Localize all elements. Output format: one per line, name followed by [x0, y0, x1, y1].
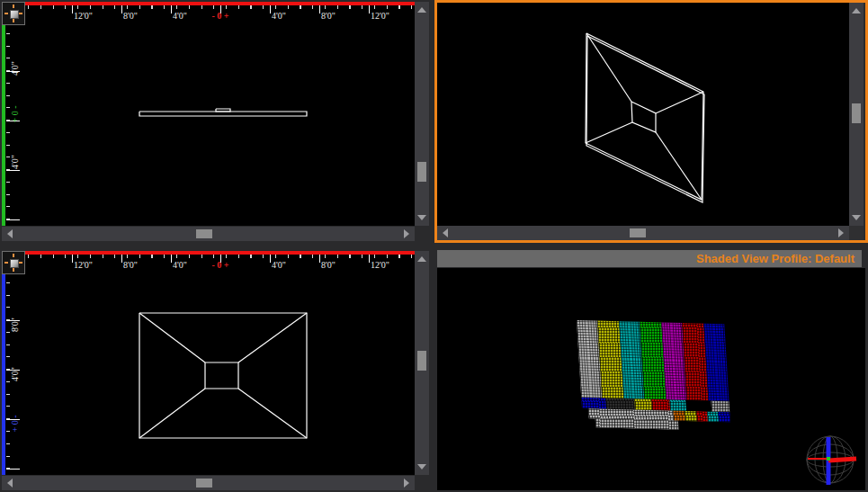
orientation-sphere[interactable]	[804, 434, 858, 488]
frustum-edge	[586, 33, 631, 102]
app-window: { "colors": { "bg": "#2a2a2c", "canvas":…	[0, 0, 868, 492]
perspective-wireframe	[437, 3, 849, 226]
perspective-canvas[interactable]	[437, 3, 849, 226]
ruler-tick-label: 8'0"	[123, 260, 138, 270]
scroll-left-icon[interactable]	[7, 229, 13, 238]
screen-slab-outline	[139, 112, 307, 116]
frustum-edge	[656, 132, 702, 200]
scroll-left-icon[interactable]	[443, 228, 448, 237]
front-canvas[interactable]	[25, 25, 415, 226]
scroll-down-icon[interactable]	[417, 464, 426, 470]
screen-inner-rect	[205, 362, 238, 389]
viewport-plan: 12'0"8'0"4'0"- 0 +4'0"8'0"12'0" 8'0"4'0"…	[0, 249, 432, 492]
origin-mark-right-icon	[19, 262, 22, 264]
ruler-origin-label: + 0 -	[10, 416, 20, 433]
scroll-right-icon[interactable]	[838, 228, 844, 237]
scrollbar-thumb[interactable]	[417, 162, 426, 182]
scrollbar-corner	[849, 226, 864, 240]
scroll-right-icon[interactable]	[404, 229, 409, 238]
viewport-shaded: Shaded View Profile: Default	[434, 249, 868, 492]
scrollbar-thumb[interactable]	[196, 479, 212, 488]
ruler-tick-label: 12'0"	[371, 11, 389, 21]
led-bottom-block	[718, 412, 730, 422]
front-horizontal-scrollbar[interactable]	[2, 227, 415, 241]
frustum-edge	[139, 389, 205, 438]
shaded-canvas[interactable]	[437, 268, 865, 490]
y-axis-strip	[2, 274, 5, 475]
scroll-down-icon[interactable]	[417, 215, 426, 220]
ruler-tick-label: 8'0"	[321, 260, 336, 270]
viewport-perspective-active	[434, 0, 868, 243]
led-castellation-segment	[651, 399, 670, 411]
ruler-tick-label: 4'0"	[272, 260, 286, 270]
scroll-up-icon[interactable]	[417, 7, 426, 13]
plan-vertical-scrollbar[interactable]	[415, 251, 429, 475]
scroll-down-icon[interactable]	[852, 215, 861, 220]
front-vertical-scrollbar[interactable]	[415, 2, 429, 226]
scrollbar-thumb[interactable]	[852, 103, 861, 123]
scrollbar-thumb[interactable]	[196, 229, 212, 238]
screen-inner-quad	[631, 102, 656, 132]
ruler-tick-label: 4'0"	[10, 61, 20, 76]
shaded-view-profile-label: Shaded View Profile: Default	[696, 252, 855, 265]
plan-canvas[interactable]	[25, 274, 415, 475]
z-axis-strip	[2, 25, 5, 226]
origin-mark-left-icon	[4, 13, 8, 14]
frustum-edge	[238, 389, 307, 438]
perspective-vertical-scrollbar[interactable]	[849, 3, 864, 226]
led-castellation-segment	[711, 401, 729, 413]
ruler-tick-label: 12'0"	[74, 260, 93, 270]
ruler-tick-label: 4'0"	[10, 367, 20, 381]
viewport-origin-button[interactable]	[2, 251, 25, 274]
origin-mark-top-icon	[13, 4, 14, 8]
frustum-edge	[139, 313, 205, 362]
viewport-front: 12'0"8'0"4'0"- 0 +4'0"8'0"12'0" 4'0"+ 0 …	[0, 0, 432, 243]
led-castellation-segment	[605, 398, 635, 410]
plan-horizontal-ruler: 12'0"8'0"4'0"- 0 +4'0"8'0"12'0"	[25, 251, 415, 274]
scroll-up-icon[interactable]	[417, 256, 426, 262]
scroll-left-icon[interactable]	[7, 479, 13, 488]
origin-mark-bottom-icon	[13, 19, 14, 22]
frustum-edge	[238, 313, 307, 362]
led-color-bar	[703, 324, 729, 402]
ruler-tick-label: 4'0"	[173, 260, 187, 270]
plan-vertical-ruler: 8'0"4'0"+ 0 -	[2, 274, 25, 475]
front-wireframe	[25, 25, 415, 226]
y-axis-dot-indicator	[827, 457, 830, 461]
led-castellation-segment	[581, 398, 606, 409]
perspective-horizontal-scrollbar[interactable]	[437, 226, 849, 240]
ruler-tick-label: 4'0"	[272, 11, 286, 21]
viewport-origin-button[interactable]	[2, 2, 25, 25]
scroll-right-icon[interactable]	[404, 479, 409, 488]
ruler-tick-label: 12'0"	[74, 11, 93, 21]
plan-horizontal-scrollbar[interactable]	[2, 476, 415, 490]
ruler-ticks	[6, 25, 25, 226]
scrollbar-thumb[interactable]	[417, 351, 426, 371]
ruler-origin-label: - 0 +	[211, 11, 228, 21]
origin-mark-top-icon	[13, 254, 14, 257]
plan-wireframe	[25, 274, 415, 475]
ruler-origin-label: - 0 +	[211, 260, 228, 270]
scroll-up-icon[interactable]	[852, 8, 861, 13]
led-bottom-block	[707, 412, 719, 422]
ruler-origin-label: + 0 -	[10, 106, 20, 123]
ruler-tick-label: 4'0"	[173, 11, 187, 21]
scrollbar-thumb[interactable]	[630, 228, 646, 237]
frustum-edge	[656, 92, 703, 113]
led-bottom-block	[685, 411, 697, 421]
ruler-tick-label: 8'0"	[123, 11, 138, 21]
led-front-panel	[595, 418, 679, 429]
led-screen-group	[577, 320, 731, 432]
ruler-tick-label: 8'0"	[10, 318, 20, 332]
origin-mark-left-icon	[4, 262, 8, 264]
frustum-edge	[586, 122, 632, 143]
led-castellation-segment	[669, 400, 686, 411]
origin-cube-icon	[10, 10, 19, 19]
origin-cube-icon	[10, 259, 19, 268]
front-vertical-ruler: 4'0"+ 0 -4'0"	[2, 25, 25, 226]
shaded-view-profile-bar[interactable]: Shaded View Profile: Default	[437, 250, 862, 267]
screen-bump-outline	[216, 109, 230, 112]
led-bottom-block	[696, 411, 708, 421]
ruler-tick-label: 8'0"	[321, 11, 336, 21]
x-axis-indicator	[828, 459, 856, 461]
